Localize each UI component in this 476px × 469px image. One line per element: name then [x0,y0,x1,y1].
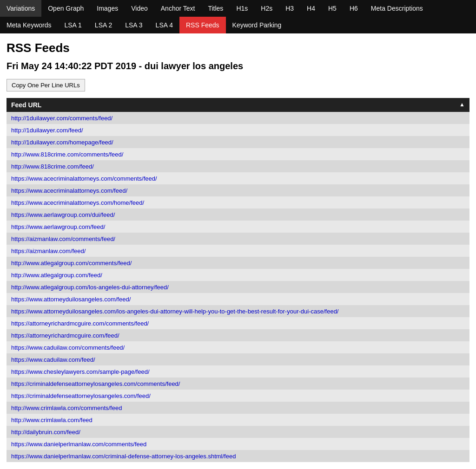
feed-url-link[interactable]: https://www.danielperlmanlaw.com/crimina… [11,453,236,460]
feed-table: Feed URL ▲ http://1duilawyer.com/comment… [7,98,469,462]
feed-url-column-header[interactable]: Feed URL ▲ [7,98,469,112]
nav-item-lsa-1[interactable]: LSA 1 [58,17,88,33]
feed-url-link[interactable]: https://www.aerlawgroup.com/dui/feed/ [11,211,115,218]
table-row: https://criminaldefenseattorneylosangele… [7,390,469,402]
nav-item-images[interactable]: Images [90,0,125,17]
feed-url-link[interactable]: http://www.atlegalgroup.com/comments/fee… [11,260,132,267]
table-row: http://1duilawyer.com/comments/feed/ [7,112,469,124]
feed-url-link[interactable]: https://www.attorneyduilosangeles.com/fe… [11,296,131,303]
table-row: http://www.atlegalgroup.com/feed/ [7,269,469,281]
page-title: RSS Feeds [7,41,469,55]
table-row: https://www.attorneyduilosangeles.com/fe… [7,293,469,305]
table-row: https://www.acecriminalattorneys.com/com… [7,172,469,184]
table-row: https://attorneyrichardmcguire.com/comme… [7,317,469,329]
table-row: https://www.acecriminalattorneys.com/fee… [7,184,469,196]
nav-item-h3[interactable]: H3 [279,0,300,17]
page-content: RSS Feeds Fri May 24 14:40:22 PDT 2019 -… [0,33,476,469]
sort-icon: ▲ [459,101,465,108]
nav-item-keyword-parking[interactable]: Keyword Parking [226,17,288,33]
table-row: http://www.818crime.com/comments/feed/ [7,148,469,160]
feed-url-link[interactable]: https://aizmanlaw.com/feed/ [11,248,86,254]
table-row: https://criminaldefenseattorneylosangele… [7,378,469,390]
feed-url-link[interactable]: https://aizmanlaw.com/comments/feed/ [11,235,115,242]
table-row: http://www.atlegalgroup.com/los-angeles-… [7,281,469,293]
table-row: http://1duilawyer.com/feed/ [7,124,469,136]
feed-url-link[interactable]: http://www.crimlawla.com/feed [11,417,93,423]
table-row: https://attorneyrichardmcguire.com/feed/ [7,329,469,341]
feed-url-link[interactable]: http://1duilawyer.com/homepage/feed/ [11,139,113,146]
nav-item-h4[interactable]: H4 [300,0,322,17]
nav-item-anchor-text[interactable]: Anchor Text [154,0,202,17]
nav-item-meta-keywords[interactable]: Meta Keywords [0,17,58,33]
feed-url-link[interactable]: http://www.atlegalgroup.com/feed/ [11,272,102,279]
table-row: https://www.caduilaw.com/comments/feed/ [7,341,469,353]
nav-item-h6[interactable]: H6 [343,0,364,17]
feed-url-link[interactable]: http://1duilawyer.com/feed/ [11,127,83,134]
table-row: https://www.attorneyduilosangeles.com/lo… [7,305,469,317]
feed-url-link[interactable]: https://www.caduilaw.com/feed/ [11,356,95,363]
copy-urls-button[interactable]: Copy One Per Line URLs [7,79,85,91]
nav-item-open-graph[interactable]: Open Graph [41,0,90,17]
feed-url-link[interactable]: http://www.crimlawla.com/comments/feed [11,404,122,411]
feed-url-link[interactable]: https://www.chesleylawyers.com/sample-pa… [11,368,150,375]
table-row: http://www.crimlawla.com/comments/feed [7,402,469,414]
navigation: VariationsOpen GraphImagesVideoAnchor Te… [0,0,476,33]
nav-item-variations[interactable]: Variations [0,0,41,17]
table-row: http://www.818crime.com/feed/ [7,160,469,172]
table-row: https://www.danielperlmanlaw.com/comment… [7,438,469,450]
feed-url-link[interactable]: https://www.aerlawgroup.com/feed/ [11,223,105,230]
page-subtitle: Fri May 24 14:40:22 PDT 2019 - dui lawye… [7,61,469,72]
feed-url-link[interactable]: https://www.acecriminalattorneys.com/hom… [11,199,144,206]
nav-item-h1s[interactable]: H1s [230,0,254,17]
table-row: http://www.atlegalgroup.com/comments/fee… [7,257,469,269]
nav-item-rss-feeds[interactable]: RSS Feeds [179,17,226,33]
nav-item-lsa-4[interactable]: LSA 4 [149,17,179,33]
table-row: http://dailybruin.com/feed/ [7,426,469,438]
table-row: https://www.aerlawgroup.com/dui/feed/ [7,208,469,221]
feed-url-link[interactable]: https://www.caduilaw.com/comments/feed/ [11,344,125,351]
feed-url-link[interactable]: https://attorneyrichardmcguire.com/feed/ [11,332,119,339]
nav-item-lsa-2[interactable]: LSA 2 [88,17,119,33]
feed-url-link[interactable]: http://www.atlegalgroup.com/los-angeles-… [11,284,169,291]
nav-item-meta-descriptions[interactable]: Meta Descriptions [364,0,430,17]
nav-item-h5[interactable]: H5 [322,0,343,17]
nav-item-lsa-3[interactable]: LSA 3 [119,17,149,33]
feed-url-link[interactable]: https://www.acecriminalattorneys.com/fee… [11,187,127,194]
table-row: https://aizmanlaw.com/feed/ [7,245,469,257]
table-row: https://www.danielperlmanlaw.com/crimina… [7,450,469,462]
nav-item-h2s[interactable]: H2s [254,0,279,17]
feed-url-link[interactable]: https://www.attorneyduilosangeles.com/lo… [11,308,338,315]
feed-url-link[interactable]: http://dailybruin.com/feed/ [11,429,80,436]
table-row: https://aizmanlaw.com/comments/feed/ [7,233,469,245]
feed-url-link[interactable]: http://1duilawyer.com/comments/feed/ [11,115,112,122]
nav-item-titles[interactable]: Titles [201,0,230,17]
feed-url-link[interactable]: https://www.danielperlmanlaw.com/comment… [11,441,146,448]
feed-url-link[interactable]: http://www.818crime.com/comments/feed/ [11,151,123,158]
nav-item-video[interactable]: Video [125,0,154,17]
table-row: https://www.chesleylawyers.com/sample-pa… [7,365,469,378]
feed-url-link[interactable]: https://attorneyrichardmcguire.com/comme… [11,320,149,327]
feed-url-link[interactable]: https://www.acecriminalattorneys.com/com… [11,175,157,182]
table-row: https://www.acecriminalattorneys.com/hom… [7,196,469,208]
feed-url-link[interactable]: http://www.818crime.com/feed/ [11,163,94,170]
feed-table-body: http://1duilawyer.com/comments/feed/http… [7,112,469,462]
table-row: https://www.caduilaw.com/feed/ [7,353,469,365]
table-row: http://1duilawyer.com/homepage/feed/ [7,136,469,148]
feed-url-link[interactable]: https://criminaldefenseattorneylosangele… [11,392,151,399]
table-row: http://www.crimlawla.com/feed [7,414,469,426]
table-row: https://www.aerlawgroup.com/feed/ [7,221,469,233]
feed-url-link[interactable]: https://criminaldefenseattorneylosangele… [11,380,180,387]
